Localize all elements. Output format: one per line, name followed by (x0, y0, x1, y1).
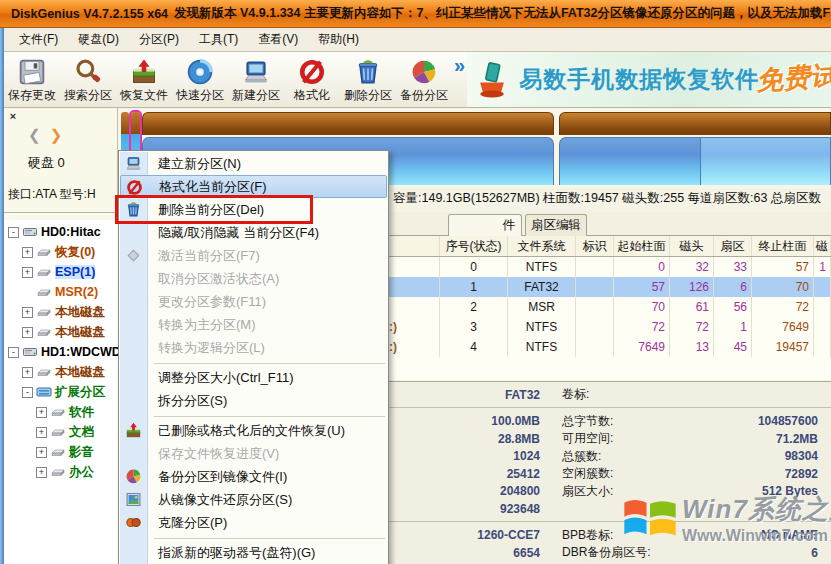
toolbar-overflow-chevron[interactable]: » (452, 52, 467, 77)
column-header[interactable]: 扇区 (714, 236, 752, 256)
tree-item-本地磁盘[interactable]: +本地磁盘 (4, 322, 118, 342)
column-header[interactable]: 终止柱面 (752, 236, 814, 256)
tree-item-label: HD1:WDCWD (41, 345, 118, 359)
phone-recovery-icon (473, 61, 511, 99)
menu-separator (154, 534, 385, 539)
menu-bar: 文件(F)硬盘(D)分区(P)工具(T)查看(V)帮助(H) (0, 28, 831, 52)
menu-item-1[interactable]: 格式化当前分区(F) (120, 175, 387, 198)
tree-item-影音[interactable]: +影音 (4, 442, 118, 462)
cell-fs: MSR (508, 297, 576, 317)
expand-icon[interactable]: + (36, 447, 47, 458)
tree-item-办公[interactable]: +办公 (4, 462, 118, 482)
column-header[interactable]: 标识 (576, 236, 614, 256)
cell-sector: 1 (714, 317, 752, 337)
cell-end_cyl: 70 (752, 277, 814, 297)
menu-item-17[interactable]: 克隆分区(P) (120, 511, 387, 534)
tree-item-本地磁盘[interactable]: +本地磁盘 (4, 302, 118, 322)
expand-icon[interactable]: + (22, 267, 33, 278)
cell-index: 3 (440, 317, 508, 337)
panel-close-button[interactable]: × (6, 110, 20, 122)
detail-label: 总簇数: (540, 448, 750, 465)
partition-block-3[interactable] (701, 137, 831, 185)
menubar-item-3[interactable]: 工具(T) (190, 28, 247, 51)
toolbar-button-2[interactable]: 恢复文件 (116, 52, 172, 107)
cell-head: 32 (670, 257, 714, 277)
toolbar-button-0[interactable]: 保存更改 (4, 52, 60, 107)
detail-label: 可用空间: (540, 430, 750, 447)
prev-disk-arrow[interactable]: ❮ (28, 126, 41, 143)
column-header[interactable]: 文件系统 (508, 236, 576, 256)
cell-sector: 6 (714, 277, 752, 297)
disk0-capacity-bar (142, 112, 554, 135)
expand-icon[interactable]: + (22, 247, 33, 258)
tree-item-MSR(2)[interactable]: MSR(2) (4, 282, 118, 302)
column-header[interactable]: 磁头 (670, 236, 714, 256)
tab-browse-files[interactable]: 件 (448, 214, 522, 236)
collapse-icon[interactable]: - (8, 347, 19, 358)
detail-right: 104857600 (750, 414, 831, 428)
menu-item-13[interactable]: 已删除或格式化后的文件恢复(U) (120, 419, 387, 442)
menubar-item-2[interactable]: 分区(P) (130, 28, 188, 51)
detail-label: 空闲簇数: (540, 465, 750, 482)
tab1-label: 件 (503, 217, 516, 234)
expand-icon[interactable]: + (36, 467, 47, 478)
tree-item-HD1:WDCWD[interactable]: -HD1:WDCWD (4, 342, 118, 362)
menu-item-3[interactable]: 隐藏/取消隐藏 当前分区(F4) (120, 221, 387, 244)
partition-block-2[interactable] (559, 137, 701, 185)
ad-banner[interactable]: 易数手机数据恢复软件 免费试 (467, 52, 831, 107)
column-header[interactable]: 磁 (814, 236, 831, 256)
cell-end_frag (814, 337, 831, 357)
update-notice: 发现新版本 V4.9.1.334 主要更新内容如下：7、纠正某些情况下无法从FA… (174, 5, 830, 22)
tree-item-label: 软件 (69, 404, 94, 421)
tree-item-HD0:Hitac[interactable]: -HD0:Hitac (4, 222, 118, 242)
toolbar-button-7[interactable]: 备份分区 (396, 52, 452, 107)
expand-icon[interactable]: + (22, 307, 33, 318)
next-disk-arrow[interactable]: ❯ (50, 126, 63, 143)
tree-item-扩展分区[interactable]: -扩展分区 (4, 382, 118, 402)
cell-fs: NTFS (508, 317, 576, 337)
toolbar-button-4[interactable]: 新建分区 (228, 52, 284, 107)
tree-item-软件[interactable]: +软件 (4, 402, 118, 422)
watermark: Win7系统之家 Www.Winwin7.com (622, 492, 831, 545)
collapse-icon[interactable]: - (8, 227, 19, 238)
tree-item-ESP(1)[interactable]: +ESP(1) (4, 262, 118, 282)
watermark-site-url: Www.Winwin7.com (682, 527, 828, 545)
expand-icon[interactable]: + (36, 407, 47, 418)
menu-item-11[interactable]: 拆分分区(S) (120, 389, 387, 412)
menu-item-2[interactable]: 删除当前分区(Del) (120, 198, 387, 221)
toolbar-button-label: 快速分区 (176, 87, 224, 104)
menubar-item-5[interactable]: 帮助(H) (309, 28, 368, 51)
tree-item-恢复(0)[interactable]: +恢复(0) (4, 242, 118, 262)
toolbar-button-6[interactable]: 删除分区 (340, 52, 396, 107)
expand-icon[interactable]: + (22, 327, 33, 338)
menubar-item-4[interactable]: 查看(V) (249, 28, 307, 51)
partition-disk-icon (36, 324, 52, 340)
cell-flag (576, 337, 614, 357)
menu-item-label: 备份分区到镜像文件(I) (158, 468, 287, 486)
tree-item-文档[interactable]: +文档 (4, 422, 118, 442)
tree-item-本地磁盘[interactable]: +本地磁盘 (4, 362, 118, 382)
menubar-item-1[interactable]: 硬盘(D) (69, 28, 128, 51)
banner-product-text: 易数手机数据恢复软件 (519, 64, 759, 95)
expand-icon[interactable]: + (22, 367, 33, 378)
tab-sector-edit[interactable]: 扇区编辑 (525, 214, 587, 236)
menu-item-19[interactable]: 指派新的驱动器号(盘符)(G) (120, 541, 387, 564)
column-header[interactable]: 起始柱面 (614, 236, 670, 256)
toolbar-button-1[interactable]: 搜索分区 (60, 52, 116, 107)
cell-fs: NTFS (508, 257, 576, 277)
toolbar-button-5[interactable]: 格式化 (284, 52, 340, 107)
partition-disk-icon (50, 424, 66, 440)
collapse-icon[interactable]: - (22, 387, 33, 398)
menu-item-4: 激活当前分区(F7) (120, 244, 387, 267)
expand-icon[interactable]: + (36, 427, 47, 438)
toolbar-button-3[interactable]: 快速分区 (172, 52, 228, 107)
detail-right: 98304 (750, 449, 831, 463)
menu-item-label: 调整分区大小(Ctrl_F11) (158, 369, 294, 387)
menu-item-15[interactable]: 备份分区到镜像文件(I) (120, 465, 387, 488)
menu-item-0[interactable]: 建立新分区(N) (120, 152, 387, 175)
clone-partition-icon (125, 514, 142, 531)
menu-item-10[interactable]: 调整分区大小(Ctrl_F11) (120, 366, 387, 389)
menu-item-16[interactable]: 从镜像文件还原分区(S) (120, 488, 387, 511)
column-header[interactable]: 序号(状态) (440, 236, 508, 256)
menubar-item-0[interactable]: 文件(F) (10, 28, 67, 51)
